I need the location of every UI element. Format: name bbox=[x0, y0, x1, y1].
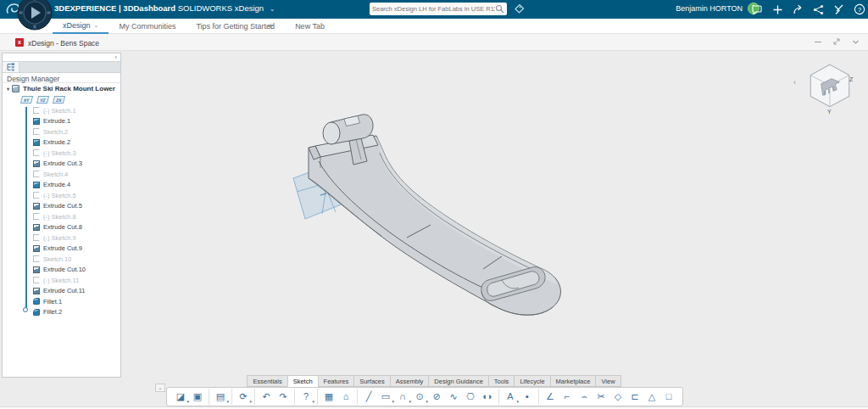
viewport-3d[interactable]: ‹ Z Y bbox=[123, 51, 868, 409]
ribbon-tab-features[interactable]: Features bbox=[318, 375, 354, 387]
mirror-pattern-button[interactable]: ⊏ bbox=[626, 389, 643, 405]
update-sync-button[interactable]: ⟳▾ bbox=[235, 389, 252, 405]
apps-button[interactable] bbox=[832, 3, 846, 17]
rectangle-button[interactable]: ▭▾ bbox=[377, 389, 394, 405]
add-button[interactable] bbox=[771, 3, 785, 17]
exit-sketch-button[interactable]: □ bbox=[660, 389, 677, 405]
cube-panel-collapse-icon[interactable]: ‹ bbox=[793, 78, 796, 87]
offset-button[interactable]: ◇ bbox=[609, 389, 626, 405]
messages-icon bbox=[752, 4, 763, 15]
tree-item-sketch-9[interactable]: (-) Sketch.9 bbox=[3, 233, 120, 244]
circle-button[interactable]: ⊙▾ bbox=[411, 389, 428, 405]
chevron-down-icon[interactable]: ⌄ bbox=[270, 5, 275, 13]
model-3d[interactable] bbox=[280, 100, 585, 338]
ellipse-button[interactable]: ⊘ bbox=[428, 389, 445, 405]
constraints-button[interactable]: △ bbox=[643, 389, 660, 405]
dashboard-tab-bar: xDesign⌄My CommunitiesTips for Getting S… bbox=[0, 19, 868, 34]
nav-tab-xdesign[interactable]: xDesign⌄ bbox=[53, 19, 108, 34]
tree-item-extrude-cut-10[interactable]: Extrude Cut.10 bbox=[3, 265, 120, 276]
nav-tab-label: Tips for Getting Started bbox=[196, 22, 275, 31]
help-button[interactable]: ? bbox=[852, 3, 866, 17]
tree-expand-caret-icon[interactable]: ▾ bbox=[7, 86, 9, 92]
duplicate-design-button[interactable]: ▣ bbox=[189, 389, 206, 405]
arc-button[interactable]: ∩▾ bbox=[394, 389, 411, 405]
view-cube[interactable] bbox=[804, 61, 856, 114]
extend-button[interactable]: ⌢ bbox=[576, 389, 593, 405]
polygon-button[interactable]: ⎔ bbox=[462, 389, 479, 405]
help-button[interactable]: ?▾ bbox=[298, 389, 314, 405]
panel-collapse-icon[interactable]: ‹ bbox=[114, 53, 117, 61]
nav-tab-my-communities[interactable]: My Communities bbox=[108, 19, 186, 34]
extrude-icon bbox=[33, 139, 40, 146]
line-button[interactable]: ╱ bbox=[360, 389, 377, 405]
ribbon-tab-sketch[interactable]: Sketch bbox=[287, 375, 318, 387]
expand-icon[interactable] bbox=[832, 37, 841, 46]
tree-item-sketch-2[interactable]: Sketch.2 bbox=[3, 126, 120, 137]
convert-entities-button[interactable]: ⌂ bbox=[337, 389, 354, 405]
new-sketch-button[interactable]: ▦ bbox=[320, 389, 337, 405]
minimize-icon[interactable] bbox=[815, 42, 821, 42]
tag-button[interactable] bbox=[512, 3, 526, 15]
design-manager-tab[interactable] bbox=[3, 62, 19, 72]
new-tab-plus-button[interactable]: + bbox=[264, 20, 276, 32]
tree-item-sketch-8[interactable]: (-) Sketch.8 bbox=[3, 211, 120, 222]
ribbon-tab-marketplace[interactable]: Marketplace bbox=[550, 375, 596, 387]
messages-button[interactable] bbox=[750, 3, 765, 17]
save-button[interactable]: ▤▾ bbox=[212, 389, 229, 405]
polyline-button[interactable]: ∠ bbox=[542, 389, 559, 405]
part-body[interactable] bbox=[309, 115, 560, 315]
plane-zx-icon[interactable]: ZX bbox=[53, 96, 65, 104]
user-name[interactable]: Benjamin HORTON bbox=[676, 4, 743, 13]
tree-item-fillet-2[interactable]: Fillet.2 bbox=[3, 307, 120, 318]
ribbon-tab-tools[interactable]: Tools bbox=[488, 375, 515, 387]
chevron-down-icon[interactable] bbox=[852, 39, 860, 45]
line-icon: ╱ bbox=[366, 389, 372, 405]
spline-button[interactable]: ∿ bbox=[445, 389, 462, 405]
ribbon-tab-surfaces[interactable]: Surfaces bbox=[353, 375, 390, 387]
social-network-button[interactable] bbox=[811, 3, 826, 17]
tree-item-extrude-4[interactable]: Extrude.4 bbox=[3, 180, 120, 191]
window-controls bbox=[815, 37, 860, 46]
plane-xy-icon[interactable]: XY bbox=[20, 96, 33, 104]
tree-item-extrude-cut-11[interactable]: Extrude Cut.11 bbox=[3, 286, 120, 297]
tree-item-sketch-1[interactable]: (-) Sketch.1 bbox=[3, 105, 120, 116]
tree-item-extrude-cut-8[interactable]: Extrude Cut.8 bbox=[3, 222, 120, 233]
new-design-button[interactable]: ◪▾ bbox=[172, 389, 189, 405]
tree-item-extrude-cut-3[interactable]: Extrude Cut.3 bbox=[3, 159, 120, 170]
tree-item-sketch-3[interactable]: (-) Sketch.3 bbox=[3, 148, 120, 159]
rollback-bar-handle[interactable] bbox=[23, 307, 28, 312]
tree-item-sketch-5[interactable]: (-) Sketch.5 bbox=[3, 190, 120, 201]
point-button[interactable]: ▪ bbox=[519, 389, 536, 405]
text-button[interactable]: A▾ bbox=[502, 389, 519, 405]
ribbon-tab-essentials[interactable]: Essentials bbox=[247, 375, 287, 387]
dropdown-caret-icon: ▾ bbox=[312, 399, 314, 404]
tree-item-extrude-2[interactable]: Extrude.2 bbox=[3, 137, 120, 148]
tree-item-extrude-1[interactable]: Extrude.1 bbox=[3, 116, 120, 127]
plane-yz-icon[interactable]: YZ bbox=[36, 96, 49, 104]
ribbon-tab-lifecycle[interactable]: Lifecycle bbox=[514, 375, 549, 387]
app-title-bar: x xDesign - Bens Space bbox=[0, 34, 868, 51]
compass-logo-icon[interactable] bbox=[17, 0, 53, 31]
tree-item-sketch-4[interactable]: Sketch.4 bbox=[3, 169, 120, 180]
tree-item-sketch-10[interactable]: Sketch.10 bbox=[3, 254, 120, 265]
trim-button[interactable]: ✂ bbox=[593, 389, 609, 405]
ribbon-tab-design-guidance[interactable]: Design Guidance bbox=[428, 375, 488, 387]
sketch-fillet-button[interactable]: ⌐ bbox=[559, 389, 576, 405]
nav-tab-new-tab[interactable]: New Tab bbox=[285, 19, 335, 34]
slot-button[interactable]: ◖◗ bbox=[479, 389, 496, 405]
search-icon[interactable] bbox=[495, 4, 504, 14]
axis-z-label: Z bbox=[849, 76, 853, 82]
tree-item-extrude-cut-9[interactable]: Extrude Cut.9 bbox=[3, 244, 120, 255]
ribbon-tab-assembly[interactable]: Assembly bbox=[390, 375, 429, 387]
share-button[interactable] bbox=[791, 3, 805, 17]
tree-item-sketch-11[interactable]: (-) Sketch.11 bbox=[3, 275, 120, 286]
tree-item-extrude-cut-5[interactable]: Extrude Cut.5 bbox=[3, 201, 120, 212]
search-input[interactable] bbox=[372, 5, 495, 13]
redo-button[interactable]: ↷ bbox=[275, 389, 292, 405]
undo-button[interactable]: ↶ bbox=[258, 389, 275, 405]
tree-root-item[interactable]: ▾ Thule Ski Rack Mount Lower bbox=[3, 83, 120, 94]
ribbon-tab-view[interactable]: View bbox=[595, 375, 620, 387]
tree-item-fillet-1[interactable]: Fillet.1 bbox=[3, 296, 120, 307]
feature-label: Extrude.2 bbox=[43, 138, 70, 146]
help-icon: ? bbox=[854, 3, 865, 15]
